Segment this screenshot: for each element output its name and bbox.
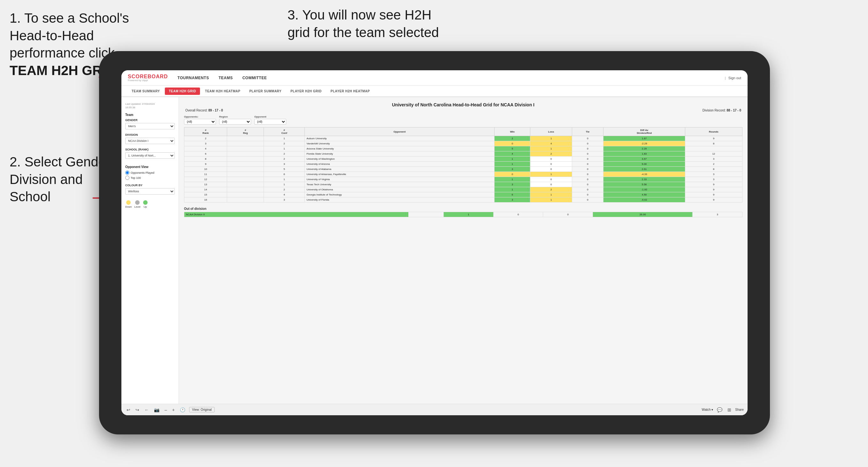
cell-loss: 0: [530, 162, 572, 167]
cell-opponent: University of Arkansas, Fayetteville: [305, 172, 494, 177]
cell-rounds: 8: [685, 167, 742, 172]
cell-reg: [227, 187, 264, 192]
colour-level: Level: [134, 200, 140, 208]
nav-committee[interactable]: COMMITTEE: [243, 74, 267, 82]
chat-button[interactable]: 💬: [716, 407, 723, 413]
nav-tournaments[interactable]: TOURNAMENTS: [178, 74, 209, 82]
grid-button[interactable]: ⊞: [726, 407, 733, 413]
cell-opponent: University of Washington: [305, 157, 494, 162]
cell-conf: 5: [264, 167, 305, 172]
cell-rounds: 12: [685, 151, 742, 157]
filter-opponent-select[interactable]: (All): [254, 119, 286, 125]
filter-opponents-select[interactable]: (All): [184, 119, 216, 125]
sub-nav-player-summary[interactable]: PLAYER SUMMARY: [245, 88, 285, 95]
last-updated: Last Updated: 27/03/2024 16:55:38: [125, 102, 175, 109]
sub-nav-player-h2h-grid[interactable]: PLAYER H2H GRID: [286, 88, 326, 95]
cell-conf: 2: [264, 151, 305, 157]
annotation-3: 3. You will now see H2H grid for the tea…: [287, 6, 479, 41]
cell-rounds: 3: [685, 172, 742, 177]
sub-nav-team-summary[interactable]: TEAM SUMMARY: [128, 88, 163, 95]
nav-teams[interactable]: TEAMS: [219, 74, 233, 82]
gender-select[interactable]: Men's Women's: [125, 123, 175, 129]
cell-conf: 1: [264, 146, 305, 151]
cell-rank: 6: [184, 151, 227, 157]
cell-loss: 1: [530, 197, 572, 203]
back-button[interactable]: ←: [143, 407, 150, 413]
cell-diff: 2.29: [603, 146, 685, 151]
redo-button[interactable]: ↪: [134, 407, 141, 413]
table-row: 13 1 Texas Tech University 3 0 0 5.56 9: [184, 182, 742, 187]
cell-reg: [227, 157, 264, 162]
sign-out-button[interactable]: Sign out: [728, 76, 741, 80]
cell-loss: 1: [530, 136, 572, 141]
gender-label: Gender: [125, 119, 175, 122]
cell-diff: -1.00: [603, 187, 685, 192]
radio-top-100[interactable]: Top 100: [125, 176, 175, 180]
table-row: 14 2 University of Oklahoma 1 2 0 -1.00 …: [184, 187, 742, 192]
sub-nav-team-h2h-heatmap[interactable]: TEAM H2H HEATMAP: [201, 88, 244, 95]
school-select[interactable]: 1. University of Nort...: [125, 152, 175, 159]
cell-rounds: 9: [685, 136, 742, 141]
cell-reg: [227, 192, 264, 197]
share-button[interactable]: Share: [735, 408, 744, 411]
col-reg: #Reg: [227, 127, 264, 136]
colour-label-level: Level: [134, 206, 140, 208]
plus-button[interactable]: +: [171, 407, 176, 413]
camera-button[interactable]: 📷: [153, 407, 161, 413]
cell-diff: -4.33: [603, 172, 685, 177]
table-row: 11 6 University of Arkansas, Fayettevill…: [184, 172, 742, 177]
cell-opponent: University of Oklahoma: [305, 187, 494, 192]
division-select[interactable]: NCAA Division I NCAA Division II: [125, 138, 175, 144]
cell-tie: 0: [572, 187, 603, 192]
nav-bar: SCOREBOARD Powered by clippi TOURNAMENTS…: [121, 70, 748, 86]
cell-loss: 2: [530, 151, 572, 157]
sub-nav-team-h2h-grid[interactable]: TEAM H2H GRID: [165, 88, 200, 95]
table-row: 4 1 Arizona State University 5 1 0 2.29: [184, 146, 742, 151]
cell-rank: 11: [184, 172, 227, 177]
colour-dot-up: [143, 200, 148, 205]
radio-opponents-played[interactable]: Opponents Played: [125, 170, 175, 175]
cell-win: 3: [494, 197, 530, 203]
cell-loss: 0: [530, 157, 572, 162]
cell-tie: 0: [572, 167, 603, 172]
logo-sub: Powered by clippi: [128, 79, 168, 82]
cell-out-rounds: 3: [692, 212, 742, 217]
col-conf: #Conf: [264, 127, 305, 136]
colour-label-up: Up: [144, 206, 147, 208]
table-row: 10 5 University of Alabama 3 0 0 2.61 8: [184, 167, 742, 172]
division-record: Division Record: 88 - 17 - 0: [703, 108, 741, 112]
cell-rank: 12: [184, 177, 227, 182]
sub-nav-player-h2h-heatmap[interactable]: PLAYER H2H HEATMAP: [327, 88, 374, 95]
toolbar: ↩ ↪ ← 📷 – + 🕐 View: Original Watch ▾ 💬 ⊞…: [121, 404, 748, 415]
cell-rounds: 3: [685, 177, 742, 182]
filter-region-select[interactable]: (All): [219, 119, 251, 125]
table-header-row: #Rank #Reg #Conf Opponent Win Loss Tie D…: [184, 127, 742, 136]
cell-out-diff: 26.00: [593, 212, 692, 217]
cell-out-win: 1: [444, 212, 494, 217]
cell-tie: 0: [572, 182, 603, 187]
dash-button[interactable]: –: [163, 407, 168, 413]
undo-button[interactable]: ↩: [125, 407, 132, 413]
cell-out-name: NCAA Division II: [184, 212, 409, 217]
col-diff: Diff AvStrokes/Rnd: [603, 127, 685, 136]
colour-legend: Down Level Up: [125, 200, 175, 208]
cell-win: 4: [494, 151, 530, 157]
cell-rounds: 3: [685, 157, 742, 162]
clock-button[interactable]: 🕐: [179, 407, 187, 413]
cell-win: 5: [494, 146, 530, 151]
tablet: SCOREBOARD Powered by clippi TOURNAMENTS…: [99, 51, 770, 434]
colour-by-select[interactable]: Win/loss: [125, 188, 175, 194]
cell-out-loss: 0: [493, 212, 543, 217]
cell-tie: 0: [572, 146, 603, 151]
watch-button[interactable]: Watch ▾: [702, 408, 713, 411]
colour-dot-down: [126, 200, 131, 205]
cell-win: 3: [494, 182, 530, 187]
cell-win: 1: [494, 157, 530, 162]
view-original-button[interactable]: View: Original: [189, 407, 215, 412]
col-win: Win: [494, 127, 530, 136]
cell-rounds: 8: [685, 141, 742, 146]
school-label: School (Rank): [125, 148, 175, 151]
division-label: Division: [125, 133, 175, 136]
team-section-title: Team: [125, 113, 175, 117]
table-row: 15 4 Georgia Institute of Technology 6 1…: [184, 192, 742, 197]
